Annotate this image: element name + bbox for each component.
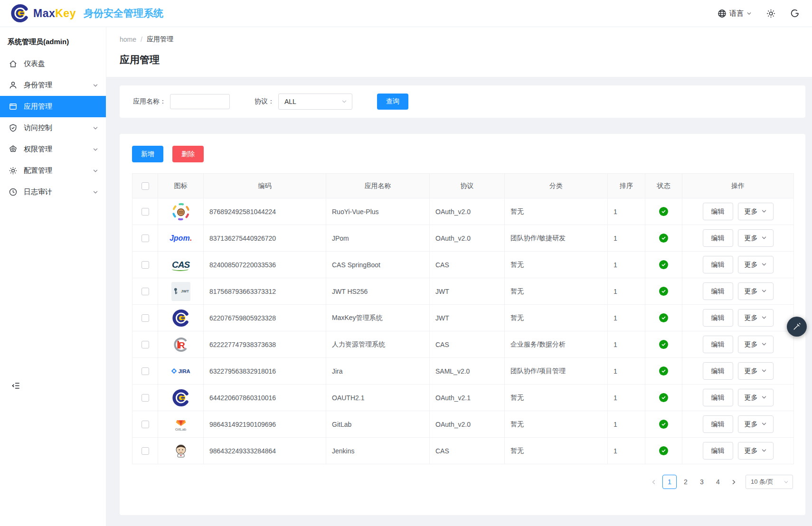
row-checkbox[interactable] xyxy=(142,261,149,269)
more-button[interactable]: 更多 xyxy=(738,282,774,300)
col-name: 应用名称 xyxy=(326,174,430,198)
more-button[interactable]: 更多 xyxy=(738,415,774,433)
theme-settings-fab[interactable] xyxy=(787,317,807,337)
table-header-row: 图标 编码 应用名称 协议 分类 排序 状态 操作 xyxy=(132,174,794,198)
app-name: MaxKey管理系统 xyxy=(326,305,430,331)
app-name: CAS SpringBoot xyxy=(326,252,430,278)
sidebar-item-audit[interactable]: 日志审计 xyxy=(0,181,106,203)
status-enabled-icon xyxy=(659,287,668,296)
app-code: 876892492581044224 xyxy=(204,198,326,225)
logout-icon[interactable] xyxy=(790,9,800,18)
status-enabled-icon xyxy=(659,420,668,429)
col-sort: 排序 xyxy=(608,174,645,198)
row-checkbox[interactable] xyxy=(142,394,149,402)
search-button[interactable]: 查询 xyxy=(377,94,408,110)
more-button[interactable]: 更多 xyxy=(738,229,774,247)
edit-button[interactable]: 编辑 xyxy=(703,203,733,220)
select-all-checkbox[interactable] xyxy=(142,182,149,190)
protocol-label: 协议： xyxy=(255,97,274,106)
language-label: 语言 xyxy=(729,9,744,18)
edit-button[interactable]: 编辑 xyxy=(703,336,733,353)
app-icon-jira: JIRA xyxy=(170,361,191,382)
chevron-down-icon xyxy=(93,168,98,174)
app-table: 图标 编码 应用名称 协议 分类 排序 状态 操作 87689249258104… xyxy=(132,173,794,464)
page-number-4[interactable]: 4 xyxy=(711,475,725,489)
status-enabled-icon xyxy=(659,313,668,322)
language-menu[interactable]: 语言 xyxy=(718,9,752,18)
row-checkbox[interactable] xyxy=(142,314,149,322)
prev-page-icon[interactable] xyxy=(649,479,659,485)
sidebar-item-apps[interactable]: 应用管理 xyxy=(0,96,106,117)
row-checkbox[interactable] xyxy=(142,447,149,455)
app-code: 986431492190109696 xyxy=(204,411,326,438)
brand-subtitle: 身份安全管理系统 xyxy=(84,7,163,20)
more-button[interactable]: 更多 xyxy=(738,203,774,220)
settings-icon[interactable] xyxy=(766,9,776,19)
breadcrumb-current: 应用管理 xyxy=(147,35,173,44)
app-icon-jpom: Jpom. xyxy=(170,228,191,249)
col-code: 编码 xyxy=(204,174,326,198)
edit-button[interactable]: 编辑 xyxy=(703,256,733,273)
app-sort: 1 xyxy=(608,305,645,331)
protocol-select[interactable]: ALL xyxy=(278,94,352,110)
collapse-sidebar-icon[interactable] xyxy=(11,381,20,390)
app-icon-jwt: JWT xyxy=(170,281,191,302)
app-protocol: JWT xyxy=(430,278,505,305)
svg-text:R: R xyxy=(179,340,185,350)
app-icon-gitlab: GitLab xyxy=(170,414,191,435)
status-enabled-icon xyxy=(659,340,668,349)
edit-button[interactable]: 编辑 xyxy=(703,309,733,327)
page-size-select[interactable]: 10 条/页 xyxy=(746,475,793,489)
app-name: Jenkins xyxy=(326,438,430,464)
app-code: 837136275440926720 xyxy=(204,225,326,252)
sidebar-item-dashboard[interactable]: 仪表盘 xyxy=(0,53,106,75)
more-button[interactable]: 更多 xyxy=(738,362,774,380)
page-number-3[interactable]: 3 xyxy=(695,475,709,489)
status-enabled-icon xyxy=(659,234,668,243)
app-code: 622076759805923328 xyxy=(204,305,326,331)
edit-button[interactable]: 编辑 xyxy=(703,389,733,406)
sidebar-item-identity[interactable]: 身份管理 xyxy=(0,75,106,96)
more-button[interactable]: 更多 xyxy=(738,336,774,353)
chevron-down-icon xyxy=(761,262,767,267)
col-protocol: 协议 xyxy=(430,174,505,198)
add-button[interactable]: 新增 xyxy=(132,146,163,162)
app-category: 团队协作/项目管理 xyxy=(505,358,608,385)
edit-button[interactable]: 编辑 xyxy=(703,229,733,247)
edit-button[interactable]: 编辑 xyxy=(703,362,733,380)
page-size-value: 10 条/页 xyxy=(751,478,774,486)
more-button[interactable]: 更多 xyxy=(738,256,774,273)
sidebar-item-permission[interactable]: 权限管理 xyxy=(0,139,106,160)
apps-icon xyxy=(9,102,18,111)
edit-button[interactable]: 编辑 xyxy=(703,442,733,460)
breadcrumb-separator: / xyxy=(141,36,142,43)
col-category: 分类 xyxy=(505,174,608,198)
chevron-down-icon xyxy=(746,11,752,16)
row-checkbox[interactable] xyxy=(142,235,149,242)
app-code: 824008507220033536 xyxy=(204,252,326,278)
more-button[interactable]: 更多 xyxy=(738,309,774,327)
row-checkbox[interactable] xyxy=(142,288,149,295)
page-number-1[interactable]: 1 xyxy=(662,475,677,489)
next-page-icon[interactable] xyxy=(729,479,739,485)
app-name: OAUTH2.1 xyxy=(326,385,430,411)
edit-button[interactable]: 编辑 xyxy=(703,415,733,433)
breadcrumb: home / 应用管理 xyxy=(120,35,799,44)
edit-button[interactable]: 编辑 xyxy=(703,282,733,300)
row-checkbox[interactable] xyxy=(142,341,149,348)
more-button[interactable]: 更多 xyxy=(738,442,774,460)
breadcrumb-home[interactable]: home xyxy=(120,36,136,43)
row-checkbox[interactable] xyxy=(142,208,149,216)
app-protocol: OAuth_v2.0 xyxy=(430,411,505,438)
more-button[interactable]: 更多 xyxy=(738,389,774,406)
delete-button[interactable]: 删除 xyxy=(172,146,204,162)
sidebar-item-access[interactable]: 访问控制 xyxy=(0,117,106,139)
app-name-input[interactable] xyxy=(170,94,230,109)
row-checkbox[interactable] xyxy=(142,421,149,428)
sidebar-item-config[interactable]: 配置管理 xyxy=(0,160,106,181)
app-icon-cas: CAS xyxy=(170,254,191,275)
maxkey-app: MaxKey 身份安全管理系统 语言 xyxy=(0,0,812,526)
page-number-2[interactable]: 2 xyxy=(679,475,693,489)
chevron-down-icon xyxy=(761,235,767,241)
row-checkbox[interactable] xyxy=(142,367,149,375)
